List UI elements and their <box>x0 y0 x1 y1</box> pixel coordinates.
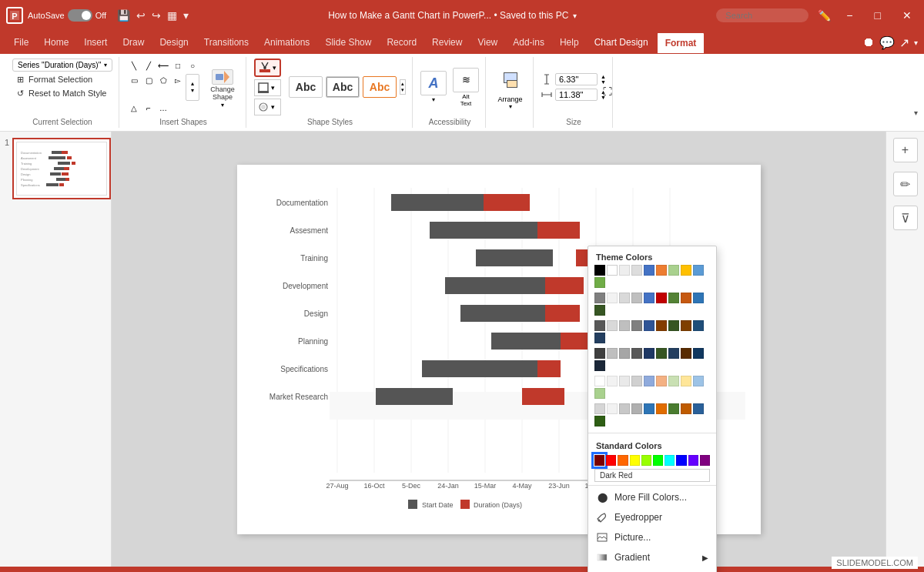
tab-slideshow[interactable]: Slide Show <box>317 32 379 52</box>
tc-r6-1[interactable] <box>594 403 605 414</box>
edit-button[interactable]: ✏ <box>893 172 918 196</box>
tc-r2-4[interactable] <box>631 293 642 303</box>
tc-r3-7[interactable] <box>668 320 679 331</box>
tc-r5-2[interactable] <box>607 376 618 386</box>
filter-button[interactable]: ⊽ <box>893 206 918 230</box>
change-shape-button[interactable]: ChangeShape ▾ <box>206 68 239 106</box>
tab-help[interactable]: Help <box>552 32 587 52</box>
tc-r3-9[interactable] <box>693 320 704 331</box>
sc-purple[interactable] <box>688 455 698 466</box>
shape-right-arrow[interactable]: ▻ <box>171 74 185 88</box>
more-icon[interactable]: ▾ <box>183 9 189 22</box>
tc-r5-3[interactable] <box>619 376 630 386</box>
tc-r4-1[interactable] <box>594 348 605 359</box>
comment-icon[interactable]: 💬 <box>879 35 895 50</box>
tc-r2-5[interactable] <box>644 293 654 303</box>
sc-orange[interactable] <box>618 455 628 466</box>
tc-r2-1[interactable] <box>594 293 605 303</box>
tc-r4-4[interactable] <box>631 348 642 359</box>
tc-r2-6[interactable] <box>656 293 667 303</box>
sc-blue[interactable] <box>676 455 686 466</box>
tc-r3-6[interactable] <box>656 320 667 331</box>
tc-r5-4[interactable] <box>631 376 642 386</box>
ribbon-expand-button[interactable]: ▾ <box>914 109 918 117</box>
slide-thumbnail[interactable]: Documentation Assesment Training Develop… <box>12 138 111 199</box>
tc-r4-9[interactable] <box>693 348 704 359</box>
shape-box[interactable]: □ <box>171 59 185 73</box>
sc-dark-red[interactable] <box>594 455 604 466</box>
tc-r6-5[interactable] <box>644 403 654 414</box>
tc-r6-10[interactable] <box>594 416 605 426</box>
tab-review[interactable]: Review <box>424 32 470 52</box>
shape-line[interactable]: ╱ <box>142 59 156 73</box>
shape-rect[interactable]: ▭ <box>127 74 141 88</box>
tc-r3-5[interactable] <box>644 320 654 331</box>
sc-cyan[interactable] <box>665 455 675 466</box>
ribbon-collapse-icon[interactable]: ▾ <box>914 38 918 47</box>
color-light-blue[interactable] <box>693 265 704 276</box>
format-selection-button[interactable]: ⊞ Format Selection <box>12 73 112 85</box>
sc-magenta[interactable] <box>700 455 710 466</box>
color-white[interactable] <box>607 265 618 276</box>
tc-r6-9[interactable] <box>693 403 704 414</box>
tc-r3-10[interactable] <box>594 333 605 343</box>
size-expand-button[interactable] <box>603 87 612 99</box>
height-spinner[interactable]: ▲▼ <box>601 74 606 85</box>
tc-r3-3[interactable] <box>619 320 630 331</box>
tc-r4-10[interactable] <box>594 360 605 371</box>
effects-dropdown-arrow[interactable]: ▾ <box>271 103 275 111</box>
shape-pentagon[interactable]: ⬠ <box>156 74 170 88</box>
tc-r4-6[interactable] <box>656 348 667 359</box>
tc-r5-1[interactable] <box>594 376 605 386</box>
tab-chart-design[interactable]: Chart Design <box>587 32 656 52</box>
tc-r3-2[interactable] <box>607 320 618 331</box>
title-dropdown-icon[interactable]: ▾ <box>573 12 577 20</box>
shape-bracket[interactable]: ⌐ <box>142 102 156 115</box>
alt-text-button[interactable]: ≋ AltText <box>453 68 479 107</box>
gradient-item[interactable]: Gradient ▶ <box>588 547 716 567</box>
tab-insert[interactable]: Insert <box>76 32 115 52</box>
save-icon[interactable]: 💾 <box>117 9 130 22</box>
tc-r4-7[interactable] <box>668 348 679 359</box>
style-abc-2[interactable]: Abc <box>326 76 360 98</box>
tab-addins[interactable]: Add-ins <box>505 32 552 52</box>
add-button[interactable]: + <box>893 138 918 162</box>
fill-color-button[interactable]: ▾ <box>254 59 281 77</box>
fill-dropdown-arrow[interactable]: ▾ <box>273 64 276 72</box>
tc-r2-8[interactable] <box>681 293 691 303</box>
tab-record[interactable]: Record <box>379 32 424 52</box>
tc-r5-10[interactable] <box>594 388 605 399</box>
tc-r3-1[interactable] <box>594 320 605 331</box>
close-button[interactable]: ✕ <box>896 6 918 25</box>
tc-r4-5[interactable] <box>644 348 654 359</box>
tc-r3-4[interactable] <box>631 320 642 331</box>
tc-r4-2[interactable] <box>607 348 618 359</box>
shape-more[interactable]: … <box>156 102 170 115</box>
minimize-button[interactable]: − <box>840 6 859 25</box>
color-light-green[interactable] <box>668 265 679 276</box>
tab-home[interactable]: Home <box>36 32 76 52</box>
tc-r5-6[interactable] <box>656 376 667 386</box>
tab-draw[interactable]: Draw <box>115 32 152 52</box>
tab-animations[interactable]: Animations <box>256 32 317 52</box>
style-abc-1[interactable]: Abc <box>289 76 323 98</box>
texture-item[interactable]: Texture ▶ <box>588 567 716 572</box>
tc-r5-9[interactable] <box>693 376 704 386</box>
color-yellow[interactable] <box>681 265 691 276</box>
color-orange[interactable] <box>656 265 667 276</box>
autosave-toggle[interactable] <box>68 9 92 22</box>
color-green[interactable] <box>594 277 605 288</box>
tc-r6-7[interactable] <box>668 403 679 414</box>
tab-format[interactable]: Format <box>656 32 706 53</box>
record-icon[interactable]: ⏺ <box>862 35 875 49</box>
maximize-button[interactable]: □ <box>869 6 887 25</box>
shape-round-rect[interactable]: ▢ <box>142 74 156 88</box>
wordart-button[interactable]: A ▾ <box>420 71 447 103</box>
tc-r5-5[interactable] <box>644 376 654 386</box>
pen-icon[interactable]: ✏️ <box>818 9 831 22</box>
color-light-gray[interactable] <box>619 265 630 276</box>
sc-red[interactable] <box>606 455 616 466</box>
style-more-button[interactable]: ▴ ▾ <box>400 79 406 95</box>
tab-design[interactable]: Design <box>152 32 196 52</box>
shape-circle[interactable]: ○ <box>186 59 199 73</box>
